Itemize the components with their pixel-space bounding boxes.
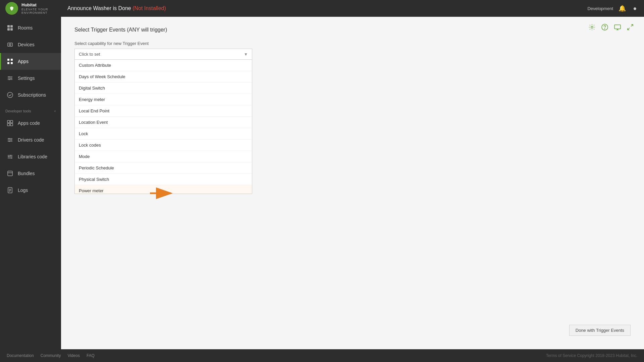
svg-rect-34 [8, 171, 12, 176]
layout: Rooms Devices Apps [0, 17, 644, 349]
dropdown-placeholder: Click to set [79, 52, 100, 57]
notifications-icon[interactable]: 🔔 [619, 5, 626, 12]
svg-point-27 [9, 141, 10, 142]
sidebar-apps-code-label: Apps code [18, 120, 40, 126]
footer-links: Documentation Community Videos FAQ [7, 353, 95, 358]
not-installed-badge: (Not Installed) [132, 5, 166, 11]
dropdown-item-mode[interactable]: Mode [75, 151, 252, 162]
subscriptions-icon [6, 91, 14, 99]
footer-link-documentation[interactable]: Documentation [7, 353, 34, 358]
logo-tagline: ELEVATE YOUR ENVIRONMENT [21, 8, 64, 14]
sidebar-item-drivers-code[interactable]: Drivers code [0, 132, 61, 148]
devices-icon [6, 41, 14, 48]
sidebar-item-rooms[interactable]: Rooms [0, 19, 61, 36]
svg-rect-7 [7, 59, 9, 61]
page-title: Announce Washer is Done (Not Installed) [64, 5, 587, 11]
logo: Hubitat ELEVATE YOUR ENVIRONMENT [5, 2, 64, 15]
developer-tools-label: Developer tools [5, 109, 31, 113]
svg-point-16 [9, 79, 10, 80]
sidebar-drivers-code-label: Drivers code [18, 137, 44, 143]
dropdown-item-custom-attribute[interactable]: Custom Attribute [75, 60, 252, 71]
apps-code-icon [6, 119, 14, 127]
dropdown-item-local-end-point[interactable]: Local End Point [75, 105, 252, 117]
dropdown-arrow-icon: ▼ [244, 52, 248, 57]
footer-link-community[interactable]: Community [41, 353, 61, 358]
svg-rect-2 [10, 25, 13, 28]
dropdown-trigger[interactable]: Click to set ▼ [74, 49, 252, 60]
svg-rect-21 [10, 123, 13, 126]
main-content: Select Trigger Events (ANY will trigger)… [61, 17, 644, 349]
svg-point-6 [9, 44, 11, 46]
svg-rect-18 [7, 120, 10, 123]
done-btn-container: Done with Trigger Events [569, 325, 631, 336]
dropdown-item-power-meter[interactable]: Power meter [75, 185, 252, 194]
dropdown-item-days-of-week[interactable]: Days of Week Schedule [75, 71, 252, 83]
svg-point-15 [11, 78, 12, 79]
svg-rect-1 [7, 25, 10, 28]
sidebar-item-apps-code[interactable]: Apps code [0, 115, 61, 132]
dropdown-item-periodic-schedule[interactable]: Periodic Schedule [75, 162, 252, 174]
logs-icon [6, 187, 14, 194]
svg-point-42 [604, 29, 605, 29]
sidebar-item-bundles[interactable]: Bundles [0, 165, 61, 182]
svg-rect-43 [614, 25, 621, 29]
monitor-icon[interactable] [614, 23, 621, 33]
sidebar-item-settings[interactable]: Settings [0, 70, 61, 87]
svg-rect-10 [11, 62, 13, 64]
logo-brand: Hubitat [21, 2, 64, 8]
help-icon[interactable] [601, 23, 608, 33]
rooms-icon [6, 24, 14, 32]
sidebar-item-devices[interactable]: Devices [0, 36, 61, 53]
gear-icon[interactable] [588, 23, 596, 33]
svg-point-40 [591, 26, 593, 28]
topbar-right: Development 🔔 ● [587, 5, 639, 12]
collapse-icon[interactable]: ‹ [54, 109, 56, 113]
done-trigger-events-button[interactable]: Done with Trigger Events [569, 325, 631, 336]
svg-point-26 [11, 140, 12, 141]
settings-icon [6, 74, 14, 82]
apps-icon [6, 58, 14, 65]
footer-link-faq[interactable]: FAQ [87, 353, 95, 358]
svg-point-33 [11, 158, 12, 159]
developer-tools-section: Developer tools ‹ [0, 103, 61, 115]
sidebar-item-apps[interactable]: Apps [0, 53, 61, 70]
svg-line-46 [631, 24, 633, 27]
svg-rect-8 [11, 59, 13, 61]
svg-rect-19 [10, 120, 13, 123]
dropdown-item-lock[interactable]: Lock [75, 128, 252, 140]
libraries-code-icon [6, 153, 14, 160]
environment-label: Development [587, 6, 613, 11]
svg-rect-3 [7, 28, 10, 31]
dropdown-item-digital-switch[interactable]: Digital Switch [75, 83, 252, 94]
dropdown-item-physical-switch[interactable]: Physical Switch [75, 174, 252, 185]
sidebar-item-libraries-code[interactable]: Libraries code [0, 148, 61, 165]
svg-line-47 [628, 28, 630, 30]
sidebar-bundles-label: Bundles [18, 171, 35, 176]
svg-point-31 [10, 155, 11, 156]
svg-rect-4 [10, 28, 13, 31]
sidebar-apps-label: Apps [18, 59, 29, 64]
main-inner: Select Trigger Events (ANY will trigger)… [61, 17, 644, 70]
sidebar-devices-label: Devices [18, 42, 35, 47]
svg-rect-5 [8, 43, 12, 46]
footer-link-videos[interactable]: Videos [67, 353, 79, 358]
expand-icon[interactable] [627, 23, 634, 33]
dropdown-item-location-event[interactable]: Location Event [75, 117, 252, 128]
footer: Documentation Community Videos FAQ Terms… [0, 349, 644, 362]
bundles-icon [6, 170, 14, 177]
svg-point-32 [8, 156, 9, 157]
logo-text-block: Hubitat ELEVATE YOUR ENVIRONMENT [21, 2, 64, 14]
drivers-code-icon [6, 136, 14, 144]
sidebar-item-logs[interactable]: Logs [0, 182, 61, 199]
svg-rect-20 [7, 123, 10, 126]
sidebar: Rooms Devices Apps [0, 17, 61, 349]
dropdown-item-lock-codes[interactable]: Lock codes [75, 140, 252, 151]
dropdown-container: Click to set ▼ Custom AttributeDays of W… [74, 49, 252, 60]
dropdown-item-energy-meter[interactable]: Energy meter [75, 94, 252, 105]
sidebar-item-subscriptions[interactable]: Subscriptions [0, 87, 61, 103]
logo-circle [5, 2, 18, 15]
sidebar-libraries-code-label: Libraries code [18, 154, 47, 159]
sidebar-subscriptions-label: Subscriptions [18, 92, 46, 98]
user-icon[interactable]: ● [631, 5, 639, 12]
dropdown-list[interactable]: Custom AttributeDays of Week ScheduleDig… [74, 60, 252, 194]
